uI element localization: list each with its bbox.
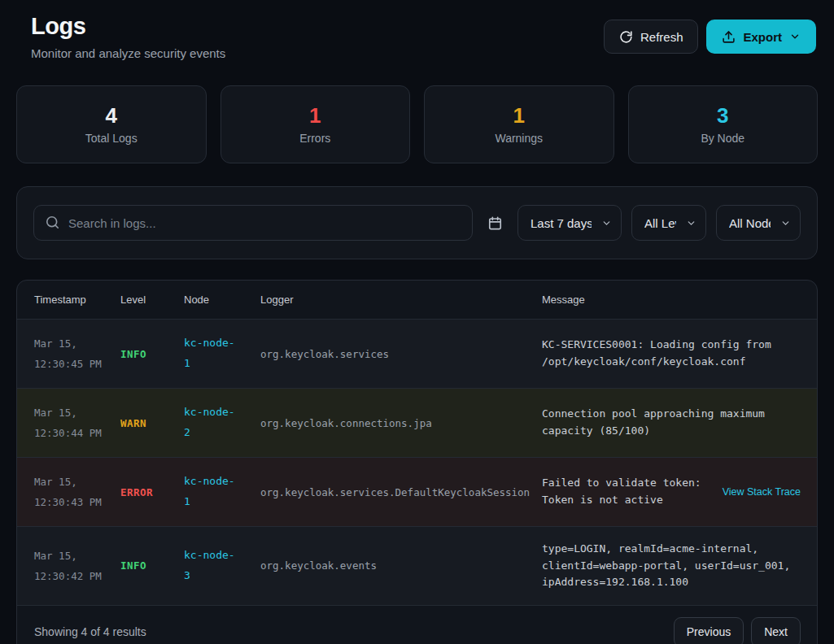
column-header-node: Node [184,294,255,306]
view-stack-trace-link[interactable]: View Stack Trace [723,486,801,498]
previous-button[interactable]: Previous [674,617,744,644]
stat-value: 1 [309,105,321,126]
log-message: Failed to validate token: Token is not a… [542,475,714,508]
log-timestamp: Mar 15, 12:30:43 PM [34,472,116,512]
date-range-select[interactable]: Last 7 days [517,205,622,241]
stat-label: By Node [701,132,744,145]
filter-bar: Last 7 days All Levels All Nodes [16,186,818,259]
header-actions: Refresh Export [604,20,816,54]
log-node: kc-node-3 [184,546,255,585]
refresh-button[interactable]: Refresh [604,20,699,54]
stat-value: 1 [513,105,525,126]
calendar-icon[interactable] [486,214,504,233]
log-message-cell: type=LOGIN, realmId=acme-internal, clien… [542,541,801,591]
log-message: type=LOGIN, realmId=acme-internal, clien… [542,541,801,591]
log-table: Timestamp Level Node Logger Message Mar … [16,280,818,644]
log-rows: Mar 15, 12:30:45 PM INFO kc-node-1 org.k… [17,320,817,606]
stat-label: Errors [299,132,330,145]
export-label: Export [743,30,782,44]
page-heading: Logs Monitor and analyze security events [31,13,225,60]
column-header-message: Message [542,294,801,306]
pagination-controls: Previous Next [674,617,801,644]
log-message: Connection pool approaching maximum capa… [542,406,801,439]
log-logger: org.keycloak.events [260,559,537,572]
log-timestamp: Mar 15, 12:30:45 PM [34,333,116,374]
page-title: Logs [31,13,225,40]
search-input[interactable] [33,205,473,241]
node-select-wrap: All Nodes [716,205,801,241]
log-timestamp: Mar 15, 12:30:44 PM [34,402,116,443]
column-header-logger: Logger [260,294,537,306]
table-footer: Showing 4 of 4 results Previous Next [17,606,817,644]
date-range-select-wrap: Last 7 days [517,205,622,241]
search-field-wrap [33,205,473,241]
table-header-row: Timestamp Level Node Logger Message [17,281,817,320]
log-node: kc-node-1 [184,333,255,373]
table-row: Mar 15, 12:30:42 PM INFO kc-node-3 org.k… [17,527,817,606]
level-select-wrap: All Levels [631,205,706,241]
search-icon [45,215,60,233]
stat-label: Total Logs [85,132,138,145]
stat-card-errors: 1 Errors [221,85,411,163]
log-node: kc-node-1 [184,472,255,511]
next-button[interactable]: Next [751,617,801,644]
log-message-cell: Connection pool approaching maximum capa… [542,406,801,439]
stat-value: 3 [717,105,728,126]
log-message: KC-SERVICES0001: Loading config from /op… [542,337,801,370]
log-message-cell: Failed to validate token: Token is not a… [542,475,801,508]
stats-row: 4 Total Logs 1 Errors 1 Warnings 3 By No… [16,85,818,163]
logs-page: Logs Monitor and analyze security events… [0,0,834,644]
log-level-badge: INFO [120,559,179,572]
stat-card-total-logs: 4 Total Logs [16,85,207,163]
results-summary: Showing 4 of 4 results [34,625,146,638]
column-header-level: Level [120,294,179,306]
refresh-label: Refresh [640,30,683,44]
upload-icon [722,30,736,44]
export-button[interactable]: Export [706,20,816,54]
refresh-icon [619,30,633,44]
stat-label: Warnings [495,132,543,145]
stat-card-warnings: 1 Warnings [424,85,614,163]
log-logger: org.keycloak.services.DefaultKeycloakSes… [260,486,537,498]
chevron-down-icon [789,31,801,42]
page-subtitle: Monitor and analyze security events [31,46,225,60]
log-logger: org.keycloak.services [260,348,537,360]
log-level-badge: INFO [120,348,179,360]
table-row: Mar 15, 12:30:45 PM INFO kc-node-1 org.k… [17,320,817,389]
page-header: Logs Monitor and analyze security events… [16,13,818,60]
log-timestamp: Mar 15, 12:30:42 PM [34,546,116,586]
table-row: Mar 15, 12:30:44 PM WARN kc-node-2 org.k… [17,389,817,458]
column-header-timestamp: Timestamp [34,294,116,306]
table-row: Mar 15, 12:30:43 PM ERROR kc-node-1 org.… [17,458,817,527]
stat-value: 4 [106,105,117,126]
level-select[interactable]: All Levels [631,205,706,241]
log-message-cell: KC-SERVICES0001: Loading config from /op… [542,337,801,370]
log-level-badge: ERROR [120,486,179,498]
log-logger: org.keycloak.connections.jpa [260,417,537,429]
stat-card-by-node: 3 By Node [628,85,819,163]
log-level-badge: WARN [120,417,179,429]
node-select[interactable]: All Nodes [716,205,801,241]
log-node: kc-node-2 [184,402,255,442]
